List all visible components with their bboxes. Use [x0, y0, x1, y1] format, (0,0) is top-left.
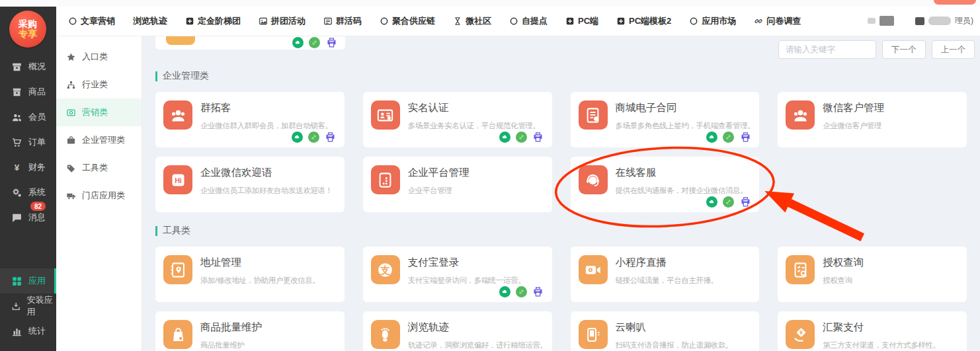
nav-item[interactable]: 微社区 [453, 15, 491, 27]
app-card[interactable]: 云喇叭扫码支付语音播报，防止遗漏收款。WAP [571, 311, 760, 351]
app-card-description: 支付宝端登录访问，多端统一运营。 [408, 276, 544, 286]
bag-icon [163, 320, 192, 349]
svg-text:¥: ¥ [799, 329, 803, 336]
platform-icon [371, 165, 400, 194]
sidebar-item-label: 订单 [28, 136, 46, 148]
platform-wap-badge-icon[interactable]: WAP [739, 196, 751, 208]
app-card-description: 提供在线沟通服务，对接企业微信消息。 [616, 186, 752, 196]
nav-item-label: PC端模板2 [629, 15, 671, 27]
app-card-title: 授权查询 [823, 256, 959, 270]
svg-text:Hi: Hi [175, 176, 182, 184]
app-card[interactable]: 实名认证多场景业务实名认证，平台规范化管理。WAP [363, 92, 552, 147]
app-card[interactable]: Hi企业微信欢迎语企业微信员工添加好友自动发送欢迎语！ [155, 157, 345, 212]
tag-icon [66, 163, 76, 173]
platform-badges: WAP [499, 132, 544, 143]
nav-item[interactable]: 应用市场 [689, 15, 736, 27]
svg-text:WAP: WAP [536, 135, 541, 137]
platform-cloud-badge-icon[interactable] [706, 196, 717, 208]
prev-button[interactable]: 上一个 [932, 40, 975, 59]
sidebar-item-members[interactable]: 会员 [0, 104, 56, 130]
app-card[interactable]: 在线客服提供在线沟通服务，对接企业微信消息。WAP [571, 157, 760, 212]
platform-wap-badge-icon[interactable]: WAP [532, 132, 544, 143]
nav-item[interactable]: PC端模板2 [616, 15, 671, 27]
user-info-redacted-block [879, 16, 894, 26]
platform-wap-badge-icon[interactable]: WAP [325, 37, 337, 48]
category-item[interactable]: 门店应用类 [56, 182, 142, 210]
app-card[interactable]: 商城电子合同多场景多角色线上签约，手机端查看管理。WAP [571, 92, 760, 147]
platform-wap-badge-icon[interactable]: WAP [739, 132, 751, 143]
category-item[interactable]: 营销类 [56, 98, 142, 126]
next-button[interactable]: 下一个 [882, 40, 926, 59]
app-card[interactable]: 授权查询授权查询 [778, 247, 967, 302]
platform-link-badge-icon[interactable] [723, 132, 734, 143]
section-header: 工具类 [155, 224, 967, 237]
sidebar-item-label: 安装应用 [27, 294, 56, 318]
platform-cloud-badge-icon[interactable] [706, 132, 717, 143]
sidebar-item-orders[interactable]: 订单 [0, 130, 56, 155]
app-card[interactable]: 浏览轨迹轨迹记录，洞察浏览偏好，进行精细运营。 [363, 311, 552, 351]
platform-link-badge-icon[interactable] [516, 132, 527, 143]
sidebar-item-message[interactable]: 消息82 [0, 205, 56, 230]
platform-link-badge-icon[interactable] [516, 286, 527, 297]
nav-item[interactable]: 聚合供应链 [380, 15, 435, 27]
nav-item[interactable]: 文章营销 [68, 15, 115, 27]
category-item-label: 企业管理类 [82, 134, 125, 146]
svg-text:WAP: WAP [536, 290, 541, 292]
sidebar-item-stats[interactable]: 统计 [0, 319, 56, 344]
category-sidebar: 入口类行业类营销类企业管理类工具类门店应用类 [56, 36, 142, 351]
platform-wap-badge-icon[interactable]: WAP [532, 286, 544, 297]
nav-item[interactable]: 浏览轨迹 [133, 15, 167, 27]
platform-wap-badge-icon[interactable]: WAP [325, 132, 337, 143]
platform-cloud-badge-icon[interactable] [292, 37, 304, 48]
app-card[interactable]: 地址管理添加/修改地址，协助用户更改信息。 [155, 247, 345, 302]
app-card[interactable]: 企业平台管理企业平台管理 [363, 157, 552, 212]
nav-item[interactable]: 自提点 [509, 15, 548, 27]
category-item[interactable]: 工具类 [56, 154, 142, 182]
circle-icon [68, 17, 77, 26]
app-card-description: 授权查询 [823, 276, 959, 286]
category-item[interactable]: 行业类 [56, 71, 142, 98]
nav-item[interactable]: PC端 [565, 15, 598, 27]
platform-cloud-badge-icon[interactable] [499, 286, 510, 297]
sidebar-item-overview[interactable]: 概况 [0, 54, 56, 79]
platform-link-badge-icon[interactable] [308, 132, 319, 143]
nav-item-label: 拼团活动 [271, 15, 306, 27]
category-item[interactable]: 企业管理类 [56, 126, 142, 154]
app-card[interactable]: ¥汇聚支付第三方支付渠道，支付方式多样性。WAP [778, 311, 967, 351]
nav-item[interactable]: 群活码 [323, 15, 362, 27]
sidebar-item-label: 商品 [28, 86, 46, 98]
platform-cloud-badge-icon[interactable] [499, 132, 510, 143]
sidebar-item-finance[interactable]: ¥财务 [0, 155, 56, 180]
sidebar-item-install[interactable]: 安装应用 [0, 293, 56, 319]
platform-cloud-badge-icon[interactable] [292, 132, 303, 143]
sidebar-item-apps[interactable]: 应用 [0, 268, 56, 293]
nav-item-label: 自提点 [522, 15, 548, 27]
section-title: 企业管理类 [163, 70, 209, 82]
phone-icon [579, 320, 608, 349]
app-card[interactable]: 群拓客企业微信群入群即会员，加群自动锁客。WAP [155, 92, 345, 147]
main-content: 下一个 上一个 WAP 企业管理类群拓客企业微信群入群即会员，加群自动锁客。WA… [142, 36, 980, 351]
apps-icon [11, 276, 22, 287]
nav-item-label: 定金阶梯团 [198, 15, 241, 27]
user-info-redacted-block [915, 17, 924, 25]
stats-icon [11, 326, 22, 337]
search-input[interactable] [778, 40, 876, 59]
app-card[interactable]: 支支付宝登录支付宝端登录访问，多端统一运营。WAP [363, 247, 552, 302]
app-card[interactable]: 商品批量维护商品批量维护 [155, 311, 345, 351]
platform-link-badge-icon[interactable] [723, 196, 734, 208]
users-group-icon [786, 100, 815, 130]
nav-item[interactable]: 拼团活动 [259, 15, 306, 27]
nav-item[interactable]: 问卷调查 [754, 15, 801, 27]
section-header: 企业管理类 [155, 69, 967, 83]
sidebar-item-goods[interactable]: 商品 [0, 79, 56, 104]
nav-item[interactable]: 定金阶梯团 [185, 15, 241, 27]
partial-app-card[interactable]: WAP [155, 36, 345, 50]
app-card-title: 小程序直播 [616, 256, 752, 270]
app-card[interactable]: 微信客户管理企业微信客户管理 [778, 92, 967, 147]
sidebar-item-system[interactable]: 系统 [0, 180, 56, 205]
app-card-title: 汇聚支付 [823, 321, 959, 334]
category-item[interactable]: 入口类 [56, 43, 142, 71]
user-info[interactable]: 理员) [868, 15, 973, 26]
app-card[interactable]: 小程序直播链接公域流量，平台自主开播。 [571, 247, 760, 302]
platform-link-badge-icon[interactable] [309, 37, 320, 48]
